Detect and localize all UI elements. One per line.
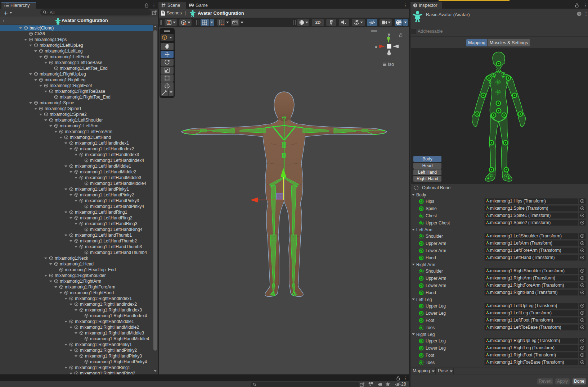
svg-text:?: ?	[578, 12, 580, 16]
svg-text:Y: Y	[205, 23, 207, 26]
svg-text:x: x	[375, 44, 377, 49]
svg-text:y: y	[388, 32, 390, 37]
